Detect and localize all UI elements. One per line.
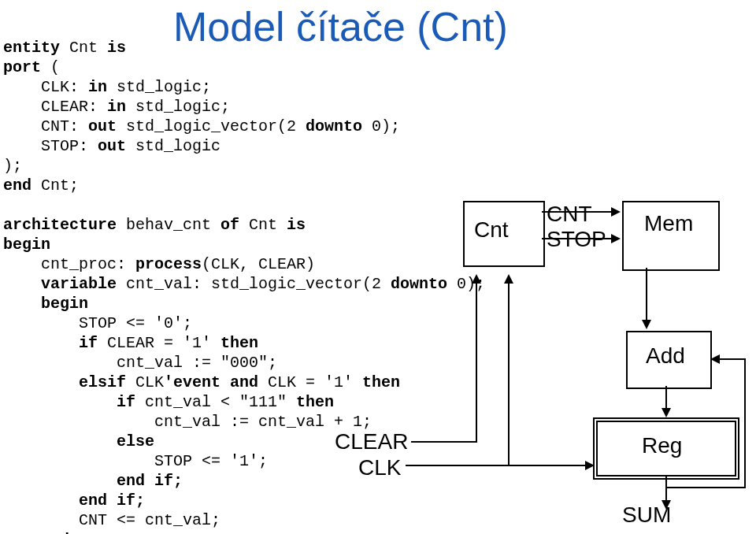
arrow-add-reg <box>662 408 671 417</box>
mem-label: Mem <box>644 211 693 236</box>
cnt-port-label: CNT <box>547 202 592 227</box>
clk-label: CLK <box>358 455 401 480</box>
cnt-label: Cnt <box>474 217 509 243</box>
line-clk-v <box>508 277 510 466</box>
line-fb-h2 <box>718 358 746 360</box>
line-cnt-mem-bot <box>542 238 613 239</box>
arrow-fb <box>710 354 720 364</box>
arrow-cnt-mem-top <box>611 207 621 217</box>
arrow-clk <box>504 274 513 284</box>
arrow-reg-sum <box>662 500 671 510</box>
reg-label: Reg <box>642 433 682 458</box>
stop-port-label: STOP <box>547 227 606 252</box>
line-clk-to-reg <box>508 465 587 466</box>
line-fb-v <box>744 358 746 488</box>
line-fb-h1 <box>665 487 746 488</box>
line-cnt-mem-top <box>542 211 613 213</box>
vhdl-code-block: entity Cnt is port ( CLK: in std_logic; … <box>3 38 485 534</box>
arrow-cnt-mem-bot <box>611 234 621 243</box>
line-clk-h <box>406 465 508 466</box>
line-reg-sum <box>665 477 667 502</box>
clear-label: CLEAR <box>335 429 408 454</box>
line-mem-add <box>646 268 647 321</box>
arrow-mem-add <box>642 320 651 329</box>
arrow-clk-reg <box>585 461 595 470</box>
arrow-clear <box>472 274 481 284</box>
line-clear-h <box>411 441 476 443</box>
line-clear-v <box>476 277 477 443</box>
line-add-reg <box>665 386 667 410</box>
add-label: Add <box>646 343 685 369</box>
